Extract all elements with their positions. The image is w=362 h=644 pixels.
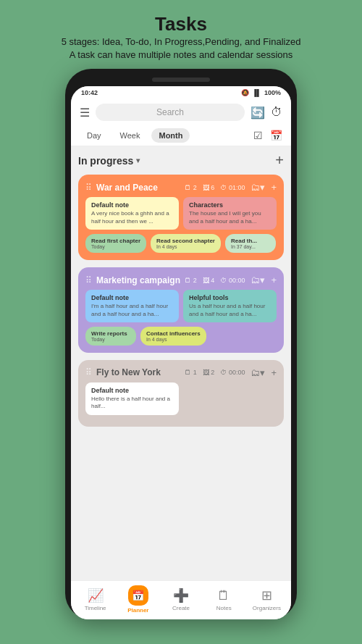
session-title-write: Write reports [91,330,130,337]
task-card-marketing: ⠿ Marketing campaign 🗒 2 🖼 4 ⏱ 00:00 🗂▾ … [78,267,284,353]
session-write-reports[interactable]: Write reports Today [85,327,136,346]
planner-icon: 📅 [132,590,144,601]
task-name-fly: Fly to New York [96,367,185,377]
session-date-second: In 4 days [156,244,215,249]
content-area[interactable]: In progress ▾ + ⠿ War and Peace 🗒 2 🖼 6 … [71,146,291,580]
page-subtitle-1: 5 stages: Idea, To-do, In Progress,Pendi… [62,35,301,49]
nav-create[interactable]: ➕ Create [159,587,202,611]
note-default-1[interactable]: Default note A very nice book a ghhh and… [85,197,179,230]
dropdown-icon[interactable]: ▾ [136,156,140,164]
note-characters[interactable]: Characters The house and I will get you … [183,197,277,230]
drag-handle-icon: ⠿ [85,183,92,193]
timeline-label: Timeline [85,605,106,611]
planner-label: Planner [127,607,148,614]
top-icons: 🔄 ⏱ [251,106,282,120]
fly-images-count: 🖼 2 [203,369,215,376]
note-default-marketing[interactable]: Default note I'm a half hour and a half … [85,290,179,322]
time-count: ⏱ 01:00 [220,184,245,191]
marketing-time-count: ⏱ 00:00 [220,277,245,284]
task-meta-marketing: 🗒 2 🖼 4 ⏱ 00:00 🗂▾ + [185,275,277,285]
note-title-1: Default note [91,201,173,209]
session-date-write: Today [91,337,130,342]
session-date-contact: In 4 days [146,337,201,342]
fly-options-icon[interactable]: 🗂▾ [251,367,265,378]
fly-time-count: ⏱ 00:00 [220,369,245,376]
session-title-first: Read first chapter [91,238,140,244]
task-card-war-peace: ⠿ War and Peace 🗒 2 🖼 6 ⏱ 01:00 🗂▾ + Def… [78,175,284,260]
marketing-add-icon[interactable]: + [271,275,277,285]
task-card-fly: ⠿ Fly to New York 🗒 1 🖼 2 ⏱ 00:00 🗂▾ + D… [78,360,284,427]
phone-device: 10:42 🔕 ▐▌ 100% ☰ Search 🔄 ⏱ Day Week Mo… [65,69,297,619]
drag-handle-marketing-icon: ⠿ [85,275,92,285]
session-read-second[interactable]: Read second chapter In 4 days [151,234,221,253]
nav-notes[interactable]: 🗒 Notes [203,588,245,611]
session-date-first: Today [91,244,140,249]
timer-icon[interactable]: ⏱ [271,106,282,119]
session-contact-influencers[interactable]: Contact influencers In 4 days [140,327,206,346]
checkbox-tab-icon[interactable]: ☑ [253,130,263,141]
note-default-fly[interactable]: Default note Hello there is a half hour … [85,382,179,415]
task-options-icon[interactable]: 🗂▾ [251,182,265,193]
phone-screen: 10:42 🔕 ▐▌ 100% ☰ Search 🔄 ⏱ Day Week Mo… [71,86,291,619]
create-icon: ➕ [173,587,189,603]
create-label: Create [172,605,190,611]
note-text-default-marketing: I'm a half hour and a half hour and a ha… [91,303,173,318]
note-text-helpful: Us a half hour and a half hour and a hal… [189,303,271,318]
session-title-contact: Contact influencers [146,330,201,337]
note-text-fly: Hello there is a half hour and a half... [91,396,173,411]
tab-week[interactable]: Week [113,128,148,143]
session-read-third[interactable]: Read th... In 37 day... [225,234,276,253]
status-time: 10:42 [81,89,98,96]
top-bar: ☰ Search 🔄 ⏱ [71,99,291,125]
page-subtitle-2: A task can have multiple notes and calen… [62,49,301,62]
nav-timeline[interactable]: 📈 Timeline [74,587,117,611]
tab-day[interactable]: Day [80,128,109,143]
task-meta: 🗒 2 🖼 6 ⏱ 01:00 🗂▾ + [185,182,277,193]
marketing-notes-count: 🗒 2 [185,277,197,284]
section-title: In progress ▾ [78,155,140,167]
note-title-default-marketing: Default note [91,294,173,301]
notes-icon: 🗒 [217,588,230,603]
wifi-icon: ▐▌ [252,89,261,96]
page-header: Tasks 5 stages: Idea, To-do, In Progress… [47,0,316,69]
menu-icon[interactable]: ☰ [80,106,90,120]
session-date-third: In 37 day... [231,244,270,249]
calendar-tab-icon[interactable]: 📅 [270,130,282,141]
search-placeholder: Search [156,107,184,117]
note-text-characters: The house and I will get you and a half … [189,210,271,225]
task-meta-fly: 🗒 1 🖼 2 ⏱ 00:00 🗂▾ + [185,367,277,378]
task-name-marketing: Marketing campaign [96,275,185,285]
notes-row-war-peace: Default note A very nice book a ghhh and… [85,197,277,230]
drag-handle-fly-icon: ⠿ [85,367,92,377]
organizers-icon: ⊞ [261,587,272,603]
search-box[interactable]: Search [96,104,245,121]
task-name-war-peace: War and Peace [96,183,185,193]
task-card-fly-header: ⠿ Fly to New York 🗒 1 🖼 2 ⏱ 00:00 🗂▾ + [85,367,277,378]
notes-count: 🗒 2 [185,184,197,191]
images-count: 🖼 6 [203,184,215,191]
nav-planner[interactable]: 📅 Planner [117,585,159,614]
note-title-characters: Characters [189,201,271,209]
tab-row: Day Week Month ☑ 📅 [71,125,291,146]
session-read-first[interactable]: Read first chapter Today [85,234,146,253]
timeline-icon: 📈 [88,587,104,603]
status-bar: 10:42 🔕 ▐▌ 100% [71,86,291,99]
refresh-icon[interactable]: 🔄 [251,106,265,120]
note-helpful-tools[interactable]: Helpful tools Us a half hour and a half … [183,290,277,322]
task-add-icon[interactable]: + [271,182,277,193]
signal-icon: 🔕 [241,89,249,96]
organizers-label: Organizers [253,605,281,611]
page-title: Tasks [62,13,301,35]
marketing-options-icon[interactable]: 🗂▾ [251,275,265,285]
fly-add-icon[interactable]: + [271,367,277,378]
nav-organizers[interactable]: ⊞ Organizers [245,587,288,611]
section-title-text: In progress [78,155,133,167]
phone-notch [152,78,210,82]
note-text-1: A very nice book a ghhh and a half hour … [91,210,173,225]
bottom-nav: 📈 Timeline 📅 Planner ➕ Create 🗒 Notes ⊞ … [71,580,291,619]
marketing-images-count: 🖼 4 [203,277,215,284]
note-title-helpful: Helpful tools [189,294,271,301]
notes-row-marketing: Default note I'm a half hour and a half … [85,290,277,322]
tab-month[interactable]: Month [151,128,190,143]
add-task-button[interactable]: + [275,152,284,169]
